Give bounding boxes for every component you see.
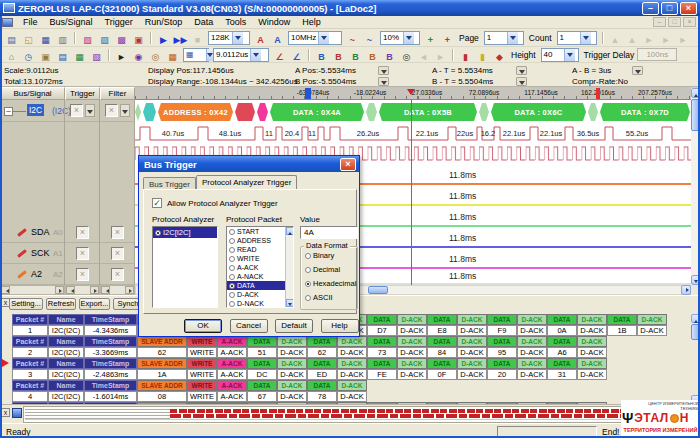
bus-height-icon[interactable]: B: [330, 50, 347, 64]
scroll-down-icon[interactable]: [286, 299, 294, 307]
menu-item[interactable]: Bus/Signal: [44, 17, 99, 27]
radio-icon[interactable]: [305, 281, 311, 287]
bus-edit-icon[interactable]: B: [381, 50, 398, 64]
signal-name[interactable]: SDA: [31, 227, 50, 237]
allow-trigger-checkbox[interactable]: [152, 198, 162, 208]
partial-display-icon[interactable]: ▦: [164, 50, 181, 64]
height-combo[interactable]: 40: [541, 48, 579, 62]
signal-row[interactable]: A2 A2: [0, 264, 135, 285]
dialog-button[interactable]: OK: [184, 319, 222, 333]
chevron-down-icon[interactable]: [232, 32, 243, 44]
bus-decode-segment[interactable]: [235, 103, 255, 121]
a-b-dropdown[interactable]: [632, 66, 643, 75]
time-scale-combo[interactable]: 9.0112us: [213, 48, 269, 62]
window-wave-icon[interactable]: ▤: [54, 50, 71, 64]
save-icon[interactable]: ▦: [37, 33, 54, 47]
field-value-cell[interactable]: 0F: [427, 369, 457, 380]
data-format-option[interactable]: Decimal: [305, 265, 340, 274]
signal-row[interactable]: SDA A0: [0, 222, 135, 243]
field-value-cell[interactable]: 62: [137, 347, 187, 358]
field-value-cell[interactable]: D-ACK: [577, 347, 607, 358]
minimize-button[interactable]: –: [642, 2, 659, 15]
redo-icon[interactable]: ►: [658, 33, 675, 47]
data-format-option[interactable]: ASCII: [305, 293, 333, 302]
filter-header[interactable]: Filter: [100, 87, 135, 100]
b-bar-marker[interactable]: [596, 88, 600, 99]
field-value-cell[interactable]: D-ACK: [397, 325, 427, 336]
field-value-cell[interactable]: A-ACK: [217, 347, 247, 358]
sample-rate-combo[interactable]: 10MHz: [288, 31, 342, 45]
tab-bus-trigger[interactable]: Bus Trigger: [143, 177, 196, 189]
b-pos-dropdown[interactable]: [378, 77, 389, 86]
packet-data-row[interactable]: 3I2C(I2C)-2.4863ms1AWRITEA-ACKDCD-ACKEDD…: [12, 369, 607, 380]
hand-tool-icon[interactable]: ◎: [147, 50, 164, 64]
dialog-button[interactable]: Cancel: [230, 319, 268, 333]
field-value-cell[interactable]: 51: [247, 347, 277, 358]
measure-b-icon[interactable]: ∠: [288, 50, 305, 64]
dialog-title-bar[interactable]: Bus Trigger: [139, 156, 359, 172]
field-value-cell[interactable]: 20: [487, 369, 517, 380]
field-value-cell[interactable]: 73: [367, 347, 397, 358]
zoom-out-icon[interactable]: +: [439, 33, 456, 47]
dialog-button[interactable]: Help: [321, 319, 359, 333]
refresh-button[interactable]: Refresh: [46, 298, 76, 310]
packet-type-option[interactable]: A-ACK: [227, 263, 293, 272]
timestamp-cell[interactable]: -2.4863ms: [84, 369, 137, 380]
menu-item[interactable]: Run/Stop: [139, 17, 189, 27]
timestamp-cell[interactable]: -3.3669ms: [84, 347, 137, 358]
chevron-down-icon[interactable]: [318, 32, 329, 44]
packet-data-row[interactable]: 4I2C(I2C)-1.6014ms08WRITEA-ACK67D-ACK78D…: [12, 391, 367, 402]
field-value-cell[interactable]: D-ACK: [337, 391, 367, 402]
radio-icon[interactable]: [229, 229, 235, 235]
dialog-close-icon[interactable]: ×: [340, 158, 356, 171]
radio-icon[interactable]: [305, 267, 311, 273]
field-value-cell[interactable]: D7: [367, 325, 397, 336]
menu-item[interactable]: Trigger: [99, 17, 139, 27]
filter-checkbox[interactable]: [111, 268, 124, 281]
field-value-cell[interactable]: D-ACK: [577, 369, 607, 380]
filter-column-scrollbar[interactable]: [100, 285, 135, 295]
field-value-cell[interactable]: 1B: [607, 325, 637, 336]
field-value-cell[interactable]: WRITE: [187, 369, 217, 380]
maximize-button[interactable]: □: [661, 2, 678, 15]
collapse-icon[interactable]: [4, 107, 13, 116]
field-value-cell[interactable]: 1A: [137, 369, 187, 380]
count-combo[interactable]: 1: [557, 31, 597, 45]
field-value-cell[interactable]: 95: [487, 347, 517, 358]
bus-fold-icon[interactable]: B: [364, 50, 381, 64]
field-value-cell[interactable]: D-ACK: [277, 369, 307, 380]
value-input[interactable]: 4A: [300, 226, 358, 239]
radio-icon[interactable]: [229, 265, 235, 271]
repeat-icon[interactable]: ►: [675, 33, 692, 47]
a-pos-dropdown[interactable]: [378, 66, 389, 75]
field-value-cell[interactable]: D-ACK: [277, 347, 307, 358]
field-value-cell[interactable]: D-ACK: [457, 325, 487, 336]
trigger-delay-input[interactable]: 100ns: [637, 48, 677, 61]
trigger-checkbox[interactable]: [76, 247, 89, 260]
scroll-left-icon[interactable]: [1, 286, 10, 294]
bus-expand-icon[interactable]: B: [347, 50, 364, 64]
packet-type-option[interactable]: D-NACK: [227, 299, 293, 308]
field-value-cell[interactable]: 67: [247, 391, 277, 402]
field-value-cell[interactable]: 84: [427, 347, 457, 358]
open-icon[interactable]: ◱: [20, 33, 37, 47]
display-pos-marker[interactable]: [407, 89, 415, 99]
trigger-mark-a-icon[interactable]: A: [252, 33, 269, 47]
field-value-cell[interactable]: D-ACK: [517, 369, 547, 380]
field-value-cell[interactable]: D-ACK: [517, 325, 547, 336]
field-value-cell[interactable]: F9: [487, 325, 517, 336]
cursor-icon[interactable]: ►: [113, 50, 130, 64]
close-panel-icon[interactable]: x: [1, 408, 10, 417]
zoom-in-icon[interactable]: +: [422, 33, 439, 47]
analyzer-list-item[interactable]: I2C[I2C]: [153, 227, 217, 238]
chevron-down-icon[interactable]: [250, 49, 261, 61]
field-value-cell[interactable]: WRITE: [187, 391, 217, 402]
field-value-cell[interactable]: ED: [307, 369, 337, 380]
trigger-header[interactable]: Trigger: [65, 87, 100, 100]
window-both-icon[interactable]: ▧: [88, 50, 105, 64]
setting-button[interactable]: Setting...: [9, 298, 43, 310]
list-scrollbar[interactable]: [285, 227, 293, 307]
scroll-right-icon[interactable]: [90, 286, 99, 294]
menu-item[interactable]: File: [17, 17, 44, 27]
bus-name[interactable]: I2C: [27, 104, 44, 116]
